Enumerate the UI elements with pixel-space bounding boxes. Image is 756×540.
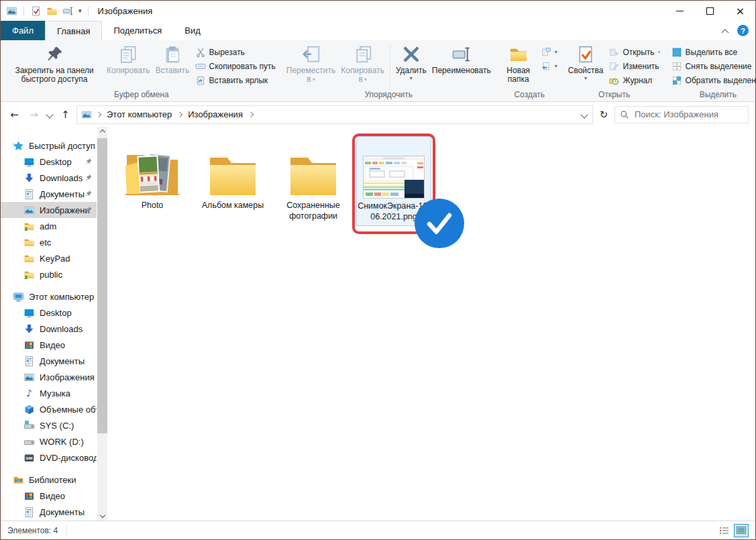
breadcrumb-pictures[interactable]: Изображения [186, 108, 244, 121]
sidebar-scrollbar[interactable] [97, 127, 107, 521]
new-folder-icon[interactable] [46, 5, 58, 17]
sidebar-item-adm[interactable]: adm [1, 218, 97, 234]
ribbon-tab-row: Файл Главная Поделиться Вид ? [1, 21, 755, 40]
sidebar-item-label: Объемные объ [40, 404, 97, 415]
move-to-button[interactable]: Переместить в▾ [284, 43, 339, 84]
folder-item-camera-album[interactable]: Альбом камеры [195, 136, 270, 211]
sidebar-item-pc-music[interactable]: ♪ Музыка [1, 385, 97, 401]
details-view-icon [720, 527, 729, 535]
sidebar-item-label: Этот компьютер [29, 292, 94, 302]
sidebar-item-documents[interactable]: Документы [1, 186, 97, 202]
back-button[interactable]: ← [6, 109, 23, 121]
easy-access-button[interactable]: ▾ [538, 59, 560, 73]
window-title: Изображения [98, 6, 153, 16]
new-item-button[interactable]: ▾ [538, 45, 560, 59]
documents-icon [23, 188, 35, 200]
group-label: Создать [496, 89, 563, 101]
scroll-down-icon[interactable] [97, 510, 107, 521]
annotation-check-icon [414, 198, 465, 249]
breadcrumb-separator-icon [248, 111, 254, 117]
forward-button[interactable]: → [25, 109, 42, 121]
search-input[interactable] [633, 109, 743, 120]
large-icons-view-button[interactable] [734, 524, 749, 537]
sidebar-item-lib-documents[interactable]: Документы [1, 504, 97, 520]
sidebar-item-pictures[interactable]: Изображени [1, 202, 97, 218]
rename-button[interactable]: Переименовать [429, 43, 494, 75]
tab-view[interactable]: Вид [173, 21, 212, 40]
details-view-button[interactable] [717, 524, 732, 537]
sidebar-item-desktop[interactable]: Desktop [1, 154, 97, 170]
computer-icon [13, 291, 24, 303]
sidebar-item-label: etc [40, 237, 51, 248]
divider [88, 6, 89, 16]
button-label: Скопировать путь [209, 62, 276, 71]
sidebar-item-label: Музыка [40, 388, 70, 398]
open-button[interactable]: Открыть ▾ [606, 45, 663, 59]
maximize-button[interactable] [695, 1, 725, 21]
sidebar-item-dvd-drive[interactable]: DVD-дисковод ( [1, 449, 97, 466]
documents-icon [23, 356, 35, 367]
button-label: Вставить ярлык [209, 76, 268, 85]
rename-icon[interactable] [62, 5, 74, 17]
collapse-ribbon-icon[interactable] [721, 29, 728, 36]
scroll-up-icon[interactable] [97, 127, 107, 138]
copy-button[interactable]: Копировать [104, 43, 153, 75]
sidebar-item-pc-3d-objects[interactable]: Объемные объ [1, 401, 97, 417]
sidebar-section-libraries[interactable]: Библиотеки [1, 472, 97, 488]
history-button[interactable]: Журнал [606, 73, 663, 87]
breadcrumb-this-pc[interactable]: Этот компьютер [105, 108, 173, 121]
sidebar-item-pc-documents[interactable]: Документы [1, 353, 97, 369]
copy-to-button[interactable]: Копировать в▾ [338, 43, 387, 84]
folder-item-saved-photos[interactable]: Сохраненные фотографии [276, 136, 351, 221]
videos-icon [23, 339, 35, 351]
ribbon-group-select: Выделить все Снять выделение Обратить вы… [666, 42, 756, 101]
paste-button[interactable]: Вставить [153, 43, 193, 75]
tab-file[interactable]: Файл [1, 21, 45, 40]
copy-path-button[interactable]: Скопировать путь [193, 59, 278, 73]
sidebar-item-drive-c[interactable]: SYS (C:) [1, 417, 97, 433]
sidebar-item-pc-desktop[interactable]: Desktop [1, 305, 97, 321]
sidebar-item-public[interactable]: public [1, 266, 97, 282]
sidebar-item-keypad[interactable]: KeyPad [1, 250, 97, 266]
select-all-button[interactable]: Выделить все [669, 45, 756, 59]
recent-locations-icon[interactable] [46, 111, 53, 118]
sidebar-item-drive-d[interactable]: WORK (D:) [1, 433, 97, 449]
sidebar-item-downloads[interactable]: Downloads [1, 170, 97, 186]
sidebar-item-pc-downloads[interactable]: Downloads [1, 321, 97, 337]
help-icon[interactable]: ? [737, 25, 749, 36]
breadcrumb[interactable]: Этот компьютер Изображения [76, 105, 593, 124]
close-button[interactable]: × [725, 1, 755, 21]
sidebar-item-pc-pictures[interactable]: Изображения [1, 369, 97, 385]
select-none-button[interactable]: Снять выделение [669, 59, 756, 73]
pin-to-quick-access-button[interactable]: Закрепить на панели быстрого доступа [5, 43, 104, 84]
sidebar-item-lib-videos[interactable]: Видео [1, 488, 97, 504]
file-item-screenshot[interactable]: СнимокЭкрана-19.06.2021.png [356, 136, 431, 226]
scrollbar-thumb[interactable] [97, 138, 107, 433]
sidebar-section-quick-access[interactable]: Быстрый доступ [1, 138, 97, 154]
photo-folder-icon [124, 150, 180, 198]
new-item-icon [541, 47, 551, 58]
tab-home[interactable]: Главная [45, 21, 102, 40]
easy-access-icon [541, 61, 551, 72]
refresh-icon[interactable]: ↻ [596, 109, 612, 121]
properties-icon[interactable] [30, 5, 42, 17]
invert-selection-button[interactable]: Обратить выделение [669, 73, 756, 87]
sidebar-section-this-pc[interactable]: Этот компьютер [1, 288, 97, 305]
folder-icon [23, 253, 35, 264]
properties-button[interactable]: Свойства ▾ [565, 43, 606, 81]
scissors-icon [195, 47, 206, 58]
up-button[interactable]: ↑ [57, 109, 74, 121]
sidebar-item-pc-videos[interactable]: Видео [1, 337, 97, 353]
new-folder-button[interactable]: Новая папка [499, 43, 538, 84]
folder-item-photo[interactable]: Photo [115, 136, 190, 211]
cut-button[interactable]: Вырезать [193, 45, 278, 59]
customize-qat-dropdown-icon[interactable]: ▾ [78, 7, 82, 14]
pictures-icon [23, 372, 35, 383]
edit-button[interactable]: Изменить [606, 59, 663, 73]
minimize-button[interactable] [665, 1, 695, 21]
paste-shortcut-button[interactable]: Вставить ярлык [193, 73, 278, 87]
sidebar-item-etc[interactable]: etc [1, 234, 97, 250]
address-dropdown-icon[interactable] [580, 111, 588, 118]
delete-button[interactable]: Удалить ▾ [393, 43, 429, 81]
tab-share[interactable]: Поделиться [102, 21, 173, 40]
